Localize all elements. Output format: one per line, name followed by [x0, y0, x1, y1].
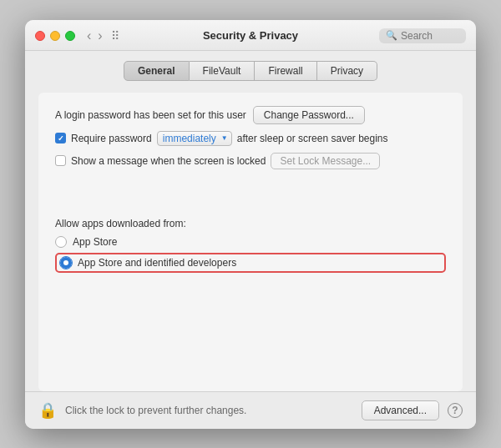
- change-password-button[interactable]: Change Password...: [253, 106, 365, 124]
- immediately-value: immediately: [163, 133, 216, 144]
- system-preferences-window: ‹ › ⠿ Security & Privacy 🔍 General FileV…: [25, 20, 476, 429]
- chevron-down-icon: ▼: [221, 134, 228, 142]
- help-button[interactable]: ?: [448, 403, 463, 418]
- allow-apps-section: Allow apps downloaded from: App Store Ap…: [55, 218, 446, 278]
- show-message-label: Show a message when the screen is locked: [71, 155, 266, 167]
- tab-privacy[interactable]: Privacy: [317, 61, 377, 81]
- show-message-row: Show a message when the screen is locked…: [55, 153, 446, 169]
- grid-icon: ⠿: [111, 29, 119, 43]
- set-lock-message-button[interactable]: Set Lock Message...: [271, 153, 380, 169]
- require-password-row: ✓ Require password immediately ▼ after s…: [55, 131, 446, 146]
- lock-text: Click the lock to prevent further change…: [65, 405, 353, 416]
- app-store-radio-row: App Store: [55, 236, 446, 248]
- traffic-lights: [35, 31, 75, 41]
- tab-general[interactable]: General: [124, 61, 190, 81]
- tab-filevault[interactable]: FileVault: [190, 61, 256, 81]
- minimize-button[interactable]: [50, 31, 60, 41]
- app-store-label: App Store: [73, 236, 117, 248]
- immediately-dropdown[interactable]: immediately ▼: [157, 131, 232, 146]
- app-store-radio[interactable]: [55, 236, 67, 248]
- forward-button[interactable]: ›: [96, 29, 104, 43]
- app-store-identified-selected-wrapper: App Store and identified developers: [55, 253, 446, 273]
- tabs: General FileVault Firewall Privacy: [38, 61, 463, 81]
- login-info-row: A login password has been set for this u…: [55, 106, 446, 124]
- app-store-identified-label: App Store and identified developers: [78, 257, 236, 269]
- login-section: A login password has been set for this u…: [55, 106, 446, 169]
- nav-buttons: ‹ ›: [85, 29, 104, 43]
- window-title: Security & Privacy: [203, 29, 298, 42]
- require-password-label: Require password: [71, 133, 152, 144]
- bottombar: 🔒 Click the lock to prevent further chan…: [25, 391, 476, 429]
- require-password-checkbox[interactable]: ✓: [55, 133, 66, 143]
- app-store-identified-radio[interactable]: [60, 257, 72, 269]
- advanced-button[interactable]: Advanced...: [362, 400, 439, 420]
- show-message-checkbox[interactable]: [55, 155, 66, 166]
- search-input[interactable]: [401, 30, 459, 42]
- lock-icon: 🔒: [38, 401, 57, 420]
- allow-apps-label: Allow apps downloaded from:: [55, 218, 446, 229]
- login-info-text: A login password has been set for this u…: [55, 109, 246, 121]
- back-button[interactable]: ‹: [85, 29, 93, 43]
- general-pane: A login password has been set for this u…: [38, 93, 463, 391]
- content-area: General FileVault Firewall Privacy A log…: [25, 51, 476, 391]
- section-divider: [55, 186, 446, 211]
- after-sleep-label: after sleep or screen saver begins: [237, 133, 388, 144]
- maximize-button[interactable]: [65, 31, 75, 41]
- tab-firewall[interactable]: Firewall: [255, 61, 316, 81]
- close-button[interactable]: [35, 31, 45, 41]
- search-box[interactable]: 🔍: [379, 28, 466, 43]
- search-icon: 🔍: [386, 30, 397, 41]
- titlebar: ‹ › ⠿ Security & Privacy 🔍: [25, 20, 476, 51]
- checkmark-icon: ✓: [58, 134, 64, 143]
